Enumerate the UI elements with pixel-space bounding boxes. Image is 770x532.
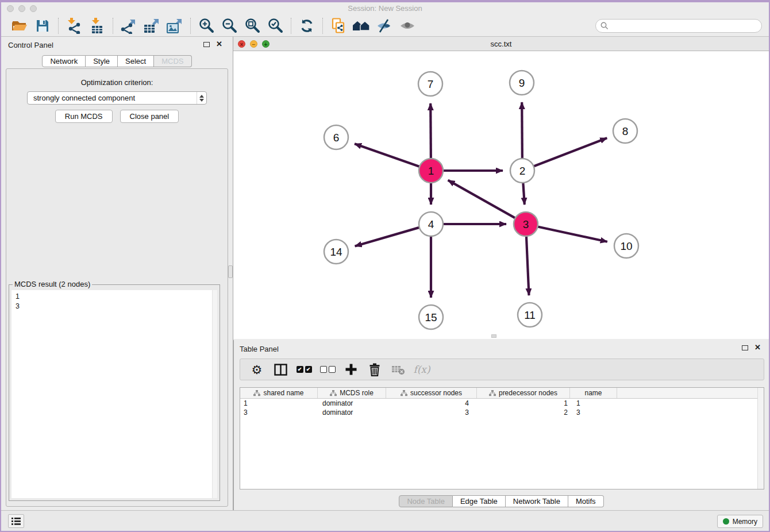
- float-table-panel-icon[interactable]: [742, 345, 748, 350]
- status-bar: Memory: [1, 510, 769, 531]
- open-folder-icon: [11, 19, 28, 33]
- column-header-predecessor-nodes[interactable]: predecessor nodes: [477, 388, 570, 398]
- search-input[interactable]: [612, 21, 761, 30]
- export-table-icon[interactable]: [140, 17, 163, 34]
- refresh-icon[interactable]: [295, 17, 318, 34]
- cell-successor-nodes[interactable]: 3: [386, 408, 477, 417]
- graph-edge-4-14[interactable]: [355, 228, 419, 246]
- function-builder-icon[interactable]: f(x): [413, 361, 430, 378]
- graph-edge-2-8[interactable]: [534, 138, 607, 166]
- graph-edge-3-11[interactable]: [526, 236, 529, 295]
- graph-edge-1-7[interactable]: [430, 103, 431, 159]
- gear-icon[interactable]: ⚙: [248, 361, 265, 378]
- column-header-successor-nodes[interactable]: successor nodes: [386, 388, 477, 398]
- mcds-result-textarea[interactable]: 1 3: [11, 290, 217, 498]
- open-session-icon[interactable]: [8, 17, 31, 34]
- memory-button[interactable]: Memory: [717, 515, 763, 528]
- zoom-selected-icon[interactable]: [264, 17, 287, 34]
- tab-node-table[interactable]: Node Table: [399, 495, 453, 507]
- cell-name[interactable]: 1: [570, 399, 617, 408]
- table-row[interactable]: 3dominator323: [240, 408, 764, 417]
- tab-mcds[interactable]: MCDS: [154, 55, 191, 67]
- close-panel-icon[interactable]: ✕: [216, 40, 222, 48]
- run-mcds-button[interactable]: Run MCDS: [55, 110, 113, 123]
- network-file-icon[interactable]: [327, 17, 350, 34]
- export-image-icon[interactable]: [163, 17, 186, 34]
- result-scrollbar[interactable]: [212, 290, 217, 498]
- graph-node-label-2: 2: [519, 165, 526, 177]
- export-network-icon[interactable]: [117, 17, 140, 34]
- network-file-glyph: [331, 18, 346, 34]
- optimization-criterion-dropdown[interactable]: strongly connected component: [27, 91, 207, 105]
- cell-shared-name[interactable]: 3: [240, 408, 318, 417]
- graph-edge-2-3[interactable]: [523, 183, 524, 205]
- zoom-out-icon[interactable]: [218, 17, 241, 34]
- tab-network-table[interactable]: Network Table: [506, 495, 568, 507]
- toolbar-separator: [113, 18, 113, 34]
- select-all-icon[interactable]: ✔ ✔: [295, 361, 313, 378]
- tab-motifs[interactable]: Motifs: [568, 495, 604, 507]
- column-view-icon[interactable]: [272, 361, 289, 378]
- close-panel-button[interactable]: Close panel: [120, 110, 179, 123]
- save-session-icon[interactable]: [31, 17, 54, 34]
- delete-table-icon[interactable]: [390, 361, 407, 378]
- hide-selected-icon[interactable]: [373, 17, 396, 34]
- cell-shared-name[interactable]: 1: [240, 399, 318, 408]
- column-header-MCDS-role[interactable]: MCDS role: [318, 388, 386, 398]
- panel-splitter-handle[interactable]: [228, 265, 233, 278]
- zoom-fit-glyph: [245, 18, 260, 33]
- mcds-result-values: 1 3: [11, 290, 217, 311]
- search-icon: [600, 22, 609, 30]
- graph-node-label-7: 7: [428, 78, 434, 90]
- tab-edge-table[interactable]: Edge Table: [453, 495, 506, 507]
- plus-glyph: [345, 363, 357, 376]
- delete-icon[interactable]: [366, 361, 383, 378]
- first-neighbors-icon[interactable]: [350, 17, 373, 34]
- zoom-selected-glyph: [268, 18, 283, 33]
- cell-MCDS-role[interactable]: dominator: [318, 399, 386, 408]
- graph-edge-1-6[interactable]: [355, 144, 419, 167]
- search-box[interactable]: [595, 19, 762, 33]
- graph-edge-3-10[interactable]: [538, 226, 607, 241]
- graph-node-label-9: 9: [519, 77, 525, 89]
- add-icon[interactable]: [342, 361, 360, 378]
- table-header-row: shared nameMCDS rolesuccessor nodesprede…: [240, 388, 764, 399]
- network-window-title: scc.txt: [233, 40, 769, 48]
- canvas-resize-grip[interactable]: [491, 334, 496, 338]
- cell-predecessor-nodes[interactable]: 2: [477, 408, 570, 417]
- show-all-icon[interactable]: [396, 17, 419, 34]
- import-table-icon[interactable]: [86, 17, 109, 34]
- toolbar-separator: [190, 18, 191, 34]
- tab-network[interactable]: Network: [42, 55, 86, 67]
- cell-successor-nodes[interactable]: 4: [386, 399, 477, 408]
- float-panel-icon[interactable]: [203, 42, 210, 47]
- export-table-glyph: [143, 18, 160, 34]
- column-header-name[interactable]: name: [570, 388, 617, 398]
- zoom-in-icon[interactable]: [195, 17, 218, 34]
- import-table-glyph: [90, 18, 105, 34]
- title-bar: Session: New Session: [1, 2, 769, 15]
- tab-style[interactable]: Style: [86, 55, 118, 67]
- tab-select[interactable]: Select: [118, 55, 154, 67]
- table-scrollbar[interactable]: [757, 388, 764, 489]
- task-history-button[interactable]: [8, 514, 24, 528]
- graph-edge-3-1[interactable]: [448, 180, 515, 218]
- cell-MCDS-role[interactable]: dominator: [318, 408, 386, 417]
- deselect-all-icon[interactable]: [319, 361, 336, 378]
- table-row[interactable]: 1dominator411: [240, 399, 764, 408]
- network-canvas[interactable]: 7968124314101511: [233, 51, 769, 339]
- graph-node-label-11: 11: [524, 309, 536, 321]
- close-table-panel-icon[interactable]: ✕: [754, 343, 761, 352]
- graph-node-label-3: 3: [523, 218, 529, 230]
- zoom-fit-icon[interactable]: [241, 17, 264, 34]
- graph-node-label-15: 15: [425, 311, 437, 323]
- import-network-icon[interactable]: [63, 17, 86, 34]
- table-panel: Table Panel ✕ ⚙ ✔ ✔: [233, 340, 769, 510]
- mcds-buttons: Run MCDS Close panel: [6, 110, 228, 123]
- network-graph: 7968124314101511: [233, 51, 769, 339]
- graph-edge-2-9[interactable]: [522, 102, 522, 159]
- control-panel-title: Control Panel: [8, 41, 53, 49]
- column-header-shared-name[interactable]: shared name: [240, 388, 318, 398]
- cell-name[interactable]: 3: [570, 408, 617, 417]
- cell-predecessor-nodes[interactable]: 1: [477, 399, 570, 408]
